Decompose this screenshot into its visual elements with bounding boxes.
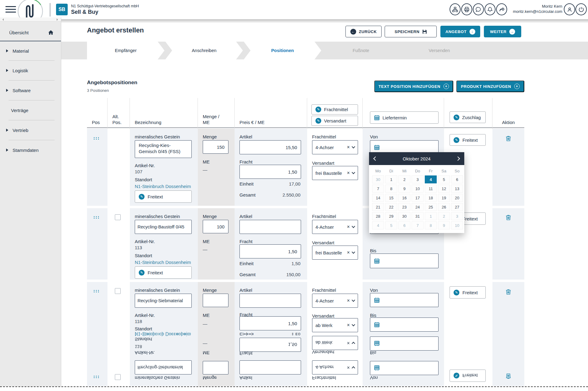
liefertermin-bulk-edit-button[interactable]: Liefertermin	[370, 111, 439, 124]
step-anschreiben[interactable]: Anschreiben	[165, 42, 243, 59]
chevron-down-icon[interactable]	[352, 298, 355, 302]
von-date-input[interactable]	[370, 293, 439, 307]
chevron-down-icon[interactable]	[352, 250, 355, 254]
bezeichnung-input[interactable]: Recycling-Kies-Gemisch 0/45 (FSS)	[135, 140, 192, 158]
chat-icon[interactable]	[473, 3, 484, 15]
calendar-day[interactable]: 21	[372, 203, 384, 211]
calendar-day[interactable]: 26	[438, 203, 450, 211]
sidebar-item-vertrieb[interactable]: Vertrieb	[0, 125, 61, 135]
step-versenden[interactable]: Versenden	[401, 42, 478, 59]
clear-icon[interactable]: ×	[347, 170, 350, 176]
versandart-select[interactable]: ab Werk×	[312, 336, 358, 350]
chevron-down-icon[interactable]	[352, 366, 355, 370]
calendar-day[interactable]: 28	[372, 212, 384, 220]
von-date-input[interactable]	[370, 361, 439, 375]
versandart-select[interactable]: frei Baustelle×	[312, 246, 358, 260]
calendar-day[interactable]: 14	[372, 194, 384, 202]
drag-handle[interactable]	[94, 290, 100, 292]
freitext-button[interactable]: ✎ Freitext	[135, 266, 192, 279]
calendar-day[interactable]: 1	[385, 175, 397, 183]
clear-icon[interactable]: ×	[347, 322, 350, 328]
chevron-down-icon[interactable]	[352, 342, 355, 345]
sidebar-item-vertraege[interactable]: Verträge	[0, 105, 61, 115]
step-empfaenger[interactable]: Empfänger	[87, 42, 164, 59]
calendar-day[interactable]: 8	[425, 221, 437, 229]
delete-trash-icon[interactable]	[505, 135, 511, 141]
calendar-day[interactable]: 10	[451, 221, 463, 229]
bezeichnung-input[interactable]: Recycling-Siebmaterial	[135, 294, 192, 308]
calendar-day[interactable]: 15	[385, 194, 397, 202]
frachtmittel-select[interactable]: 4-Achser×	[312, 140, 358, 154]
calendar-day[interactable]: 27	[451, 203, 463, 211]
clear-icon[interactable]: ×	[347, 340, 350, 346]
calendar-day[interactable]: 12	[438, 185, 450, 193]
save-button[interactable]: SPEICHERN	[385, 26, 437, 37]
menge-input[interactable]	[203, 294, 228, 307]
calendar-day[interactable]: 30	[398, 212, 410, 220]
versandart-select[interactable]: ab Werk×	[312, 318, 358, 332]
clear-icon[interactable]: ×	[347, 224, 350, 230]
back-button[interactable]: ← ZURÜCK	[345, 26, 382, 37]
sitemap-icon[interactable]	[450, 3, 461, 15]
menge-input[interactable]: 100	[203, 220, 228, 233]
calendar-day[interactable]: 23	[398, 203, 410, 211]
fracht-input[interactable]: 1,50	[239, 165, 301, 179]
calendar-day[interactable]: 7	[412, 221, 424, 229]
zuschlag-freitext-button[interactable]: ✎ Freitext	[450, 370, 486, 382]
calendar-day[interactable]: 4	[372, 221, 384, 229]
notifications-bell-icon[interactable]	[484, 3, 496, 15]
bezeichnung-input[interactable]: Recycling-Siebmaterial	[135, 360, 192, 374]
frachtmittel-select[interactable]: 4-Achser×	[312, 294, 358, 308]
zuschlag-bulk-edit-button[interactable]: ✎ Zuschlag	[450, 111, 486, 123]
calendar-day[interactable]: 9	[438, 221, 450, 229]
next-month-icon[interactable]	[456, 156, 460, 161]
zuschlag-freitext-button[interactable]: ✎ Freitext	[450, 134, 486, 146]
calendar-day[interactable]: 22	[385, 203, 397, 211]
hamburger-menu-icon[interactable]	[6, 6, 16, 13]
artikel-preis-input[interactable]: 15,50	[239, 140, 301, 154]
drag-handle[interactable]	[94, 137, 100, 140]
frachtmittel-select[interactable]: 4-Achser×	[312, 220, 358, 234]
calendar-day[interactable]: 24	[412, 203, 424, 211]
delete-trash-icon[interactable]	[505, 289, 511, 295]
frachtmittel-bulk-edit-button[interactable]: ✎ Frachtmittel	[311, 104, 358, 115]
standort-link[interactable]: N1-Steinbruch Dossenheim	[135, 184, 191, 189]
standort-link[interactable]: N1-Steinbruch Dossenheim	[135, 260, 191, 265]
alt-pos-checkbox[interactable]	[115, 214, 121, 220]
calendar-day[interactable]: 9	[398, 185, 410, 193]
calendar-day[interactable]: 3	[412, 175, 424, 183]
sidebar-item-stammdaten[interactable]: Stammdaten	[0, 145, 61, 155]
delete-trash-icon[interactable]	[505, 373, 511, 379]
sidebar-item-uebersicht[interactable]: Übersicht	[0, 27, 61, 38]
calendar-day[interactable]: 18	[425, 194, 437, 202]
drag-handle[interactable]	[94, 216, 100, 219]
calendar-day[interactable]: 8	[385, 185, 397, 193]
offer-download-button[interactable]: ANGEBOT ↓	[440, 26, 480, 37]
calendar-day[interactable]: 1	[425, 212, 437, 220]
drag-handle[interactable]	[94, 376, 100, 378]
calendar-day[interactable]: 30	[372, 175, 384, 183]
calendar-day[interactable]: 20	[451, 194, 463, 202]
calendar-day[interactable]: 10	[412, 185, 424, 193]
calendar-day[interactable]: 31	[412, 212, 424, 220]
step-fussnote[interactable]: Fußnote	[322, 42, 400, 59]
delete-trash-icon[interactable]	[505, 214, 511, 220]
zuschlag-freitext-button[interactable]: ✎ Freitext	[450, 286, 486, 299]
calendar-day[interactable]: 6	[398, 221, 410, 229]
fracht-input[interactable]: 1,50	[239, 316, 301, 330]
menge-input[interactable]: 150	[203, 140, 228, 154]
sidebar-scrollbar[interactable]	[0, 17, 61, 21]
bis-date-input[interactable]	[370, 318, 439, 332]
versandart-bulk-edit-button[interactable]: ✎ Versandart	[311, 116, 358, 126]
logout-power-icon[interactable]	[575, 3, 587, 15]
account-icon[interactable]	[564, 3, 575, 15]
scroll-right-icon[interactable]	[57, 18, 59, 21]
calendar-day[interactable]: 11	[425, 185, 437, 193]
calendar-day[interactable]: 2	[438, 212, 450, 220]
artikel-preis-input[interactable]	[239, 220, 301, 234]
calendar-day[interactable]: 13	[451, 185, 463, 193]
chevron-down-icon[interactable]	[352, 323, 355, 326]
calendar-day-selected[interactable]: 4	[425, 175, 437, 183]
calendar-day[interactable]: 5	[385, 221, 397, 229]
fracht-input[interactable]: 1,50	[239, 244, 301, 258]
